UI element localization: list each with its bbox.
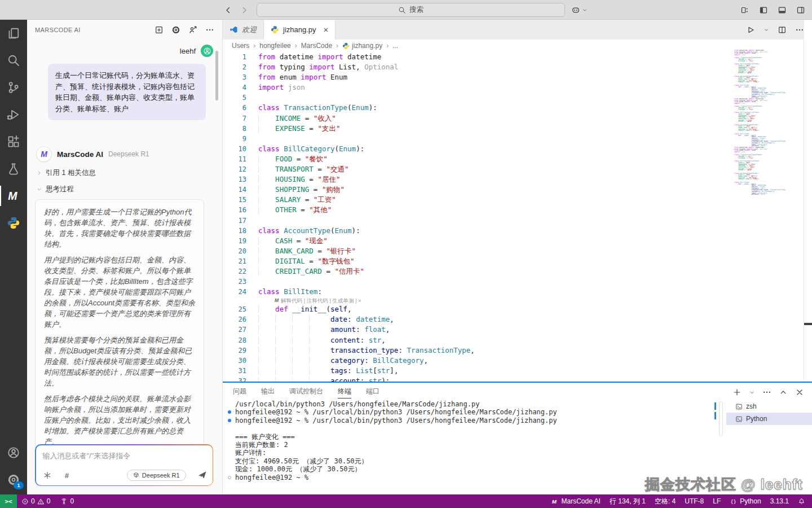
status-indentation[interactable]: 空格: 4: [655, 497, 676, 506]
model-cube-icon: [133, 472, 139, 478]
status-cursor-position[interactable]: 行 134, 列 1: [610, 497, 646, 506]
code-line: 20 BANK_CARD = "银行卡": [223, 246, 804, 256]
close-panel-icon[interactable]: [795, 388, 804, 397]
add-context-icon[interactable]: #: [63, 471, 72, 480]
breadcrumb-separator: ›: [295, 42, 297, 50]
activity-item-testing[interactable]: [0, 155, 27, 182]
more-icon[interactable]: [762, 388, 771, 397]
run-dropdown-icon[interactable]: [764, 27, 769, 33]
editor-scrollbar[interactable]: [804, 20, 812, 382]
activity-item-extensions[interactable]: [0, 128, 27, 155]
run-icon[interactable]: [746, 25, 755, 34]
breadcrumb-item[interactable]: ...: [392, 42, 398, 50]
toggle-secondary-sidebar-icon[interactable]: [796, 6, 805, 15]
breadcrumb-separator: ›: [336, 42, 338, 50]
breadcrumb-item[interactable]: MarsCode: [301, 42, 332, 50]
code-line: 12 TRANSPORT = "交通": [223, 164, 804, 174]
copilot-icon[interactable]: [571, 6, 580, 15]
editor-tab-welcome[interactable]: 欢迎: [223, 20, 264, 40]
user-avatar[interactable]: [201, 45, 213, 57]
code-line: 13 HOUSING = "居住": [223, 174, 804, 185]
prompt-commands-icon[interactable]: [43, 471, 52, 480]
copilot-dropdown-icon[interactable]: [582, 7, 588, 13]
line-number: 15: [223, 195, 246, 205]
activity-item-marscode[interactable]: M: [0, 182, 27, 209]
terminal-list: zshPython: [726, 400, 812, 425]
status-language-mode[interactable]: {}Python: [730, 497, 761, 505]
remote-indicator[interactable]: ><: [0, 494, 17, 508]
new-chat-icon[interactable]: [155, 25, 164, 34]
activity-item-run-debug[interactable]: [0, 101, 27, 128]
customize-layout-icon[interactable]: [740, 6, 749, 15]
chat-header-actions: [155, 25, 214, 34]
more-icon[interactable]: [205, 25, 214, 34]
line-number: 23: [223, 277, 246, 287]
panel-tab-terminal[interactable]: 终端: [338, 387, 351, 398]
braces-icon: {}: [730, 498, 737, 505]
model-selector[interactable]: Deepseek R1: [127, 470, 186, 481]
activity-item-source-control[interactable]: [0, 74, 27, 101]
activity-item-settings[interactable]: 1: [0, 466, 27, 493]
maximize-panel-icon[interactable]: [779, 388, 788, 397]
panel-tab-ports[interactable]: 端口: [366, 387, 379, 398]
codelens-actions[interactable]: M解释代码 | 注释代码 | 生成单测 | ×: [223, 297, 804, 304]
code-line: 6class TransactionType(Enum):: [223, 103, 804, 113]
panel-tab-output[interactable]: 输出: [261, 387, 275, 398]
sidebar-scrollbar[interactable]: [215, 51, 218, 100]
chat-input[interactable]: 输入消息或者"/"来选择指令 # Deepseek R1: [35, 444, 213, 486]
toggle-panel-icon[interactable]: [778, 6, 787, 15]
reference-toggle[interactable]: 引用 1 相关信息: [36, 168, 96, 178]
back-icon[interactable]: [223, 6, 232, 15]
status-python-version[interactable]: 3.13.1: [770, 497, 789, 505]
broadcast-status[interactable]: 0: [60, 497, 74, 505]
thinking-paragraph: 预算模块需要每个分类的预算金额和已用金额，所以Budget类应该有分类、预算金额…: [44, 335, 195, 388]
activity-item-python[interactable]: [0, 209, 27, 237]
problems-status[interactable]: 0 0: [21, 497, 50, 505]
more-actions-icon[interactable]: [795, 25, 804, 34]
breadcrumb-item[interactable]: jizhang.py: [342, 42, 382, 50]
status-eol[interactable]: LF: [713, 497, 721, 505]
new-terminal-icon[interactable]: [732, 388, 742, 397]
activity-item-explorer[interactable]: [0, 20, 27, 47]
send-button[interactable]: [197, 470, 207, 480]
terminal-dropdown-icon[interactable]: [749, 388, 755, 397]
terminal-instance-python[interactable]: Python: [726, 413, 812, 425]
thinking-toggle[interactable]: 思考过程: [36, 185, 74, 194]
breadcrumb-item[interactable]: Users: [232, 42, 249, 50]
terminal-output[interactable]: /usr/local/bin/python3 /Users/hongfeilee…: [227, 400, 710, 481]
marscode-sm-icon: M: [551, 498, 559, 505]
code-line: 5: [223, 93, 804, 103]
code-line: 7 INCOME = "收入": [223, 113, 804, 124]
terminal-instance-zsh[interactable]: zsh: [726, 400, 812, 413]
status-notifications[interactable]: [798, 498, 805, 505]
close-tab-icon[interactable]: ×: [324, 25, 329, 34]
code-line: 24class BillItem:: [223, 287, 804, 297]
share-profile-icon[interactable]: [188, 25, 197, 34]
minimap[interactable]: from datetime import datetimefrom typing…: [734, 50, 801, 203]
line-number: 11: [223, 154, 246, 164]
activity-item-accounts[interactable]: [0, 439, 27, 466]
chat-input-placeholder: 输入消息或者"/"来选择指令: [43, 451, 131, 461]
terminal-scrollbar[interactable]: [719, 401, 723, 436]
warning-icon: [37, 498, 45, 505]
chat-settings-icon[interactable]: [171, 25, 180, 34]
activity-top: M: [0, 20, 27, 237]
terminal-icon: [735, 403, 743, 410]
code-line: 25 def __init__(self,: [223, 304, 804, 314]
status-encoding[interactable]: UTF-8: [685, 497, 704, 505]
breadcrumb-item[interactable]: hongfeilee: [259, 42, 290, 50]
panel-title: MARSCODE AI: [35, 27, 155, 33]
line-number: 1: [223, 52, 246, 62]
split-editor-icon[interactable]: [778, 25, 787, 34]
status-marscode-status[interactable]: MMarsCode AI: [551, 497, 601, 505]
activity-item-search[interactable]: [0, 47, 27, 74]
panel-tab-debug-console[interactable]: 调试控制台: [289, 387, 323, 398]
global-search[interactable]: 搜索: [257, 3, 565, 17]
terminal-line: [227, 424, 710, 432]
line-number: 18: [223, 226, 246, 236]
marscode-chat-panel: MARSCODE AI leehf 生成一个日常记账代码，分为账单流水、资产、预…: [27, 20, 223, 494]
toggle-primary-sidebar-icon[interactable]: [759, 6, 768, 15]
panel-tab-problems[interactable]: 问题: [233, 387, 246, 398]
editor-tab-jizhang[interactable]: jizhang.py×: [264, 20, 336, 40]
command-decoration-icon: [228, 476, 231, 479]
